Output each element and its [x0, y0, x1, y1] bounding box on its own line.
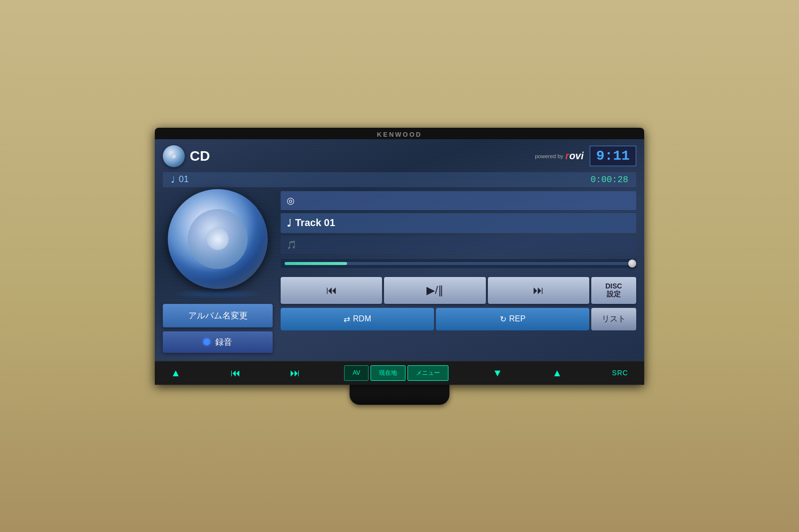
rep-label: REP: [509, 314, 526, 323]
progress-bar-track[interactable]: [285, 262, 632, 265]
track-number: ♩ 01: [171, 174, 189, 185]
header-row: CD powered by rovi 9:11: [163, 145, 636, 167]
album-rename-button[interactable]: アルバム名変更: [163, 304, 273, 327]
disc-settings-line1: DISC: [605, 282, 622, 290]
detail-row-artist: 🎵: [281, 236, 636, 254]
base-stand: [350, 385, 449, 405]
cd-icon: [163, 145, 185, 167]
clock-display: 9:11: [590, 146, 636, 166]
detail-row-track-name: ♩ Track 01: [281, 213, 636, 233]
prev-button[interactable]: ⏮: [281, 277, 382, 304]
rep-button[interactable]: ↻ REP: [436, 308, 589, 330]
main-content: アルバム名変更 録音 ◎ ♩ Track 01: [163, 189, 636, 353]
brand-bar: KENWOOD: [155, 128, 644, 139]
record-label: 録音: [215, 336, 232, 348]
transport-row: ⏮ ▶/‖ ⏭ DISC 設定: [281, 277, 636, 304]
hw-down-button[interactable]: ▼: [486, 365, 508, 381]
disc-settings-line2: 設定: [607, 290, 621, 298]
track-time: 0:00:28: [590, 175, 628, 185]
track-details: ◎ ♩ Track 01 🎵: [281, 189, 636, 353]
progress-bar-fill: [285, 262, 347, 265]
progress-container: [281, 259, 636, 268]
src-button[interactable]: SRC: [606, 367, 634, 379]
track-name-text: Track 01: [295, 217, 335, 229]
mode-text: CD: [190, 148, 210, 164]
record-button[interactable]: 録音: [163, 331, 273, 353]
list-button[interactable]: リスト: [591, 308, 636, 330]
circle-icon: ◎: [287, 195, 295, 206]
av-button[interactable]: AV: [344, 365, 369, 381]
track-info-row: ♩ 01 0:00:28: [163, 172, 636, 187]
cd-label: CD: [163, 145, 210, 167]
repeat-icon: ↻: [500, 314, 506, 324]
hw-up-button[interactable]: ▲: [546, 365, 568, 381]
menu-button[interactable]: メニュー: [407, 365, 448, 381]
unit-body: KENWOOD CD powered by rovi: [155, 128, 644, 385]
play-pause-button[interactable]: ▶/‖: [384, 277, 485, 304]
next-button[interactable]: ⏭: [488, 277, 589, 304]
shuffle-icon: ⇄: [344, 314, 350, 324]
rdm-button[interactable]: ⇄ RDM: [281, 308, 434, 330]
disc-settings-button[interactable]: DISC 設定: [591, 277, 636, 304]
nav-buttons: AV 現在地 メニュー: [344, 365, 448, 381]
record-dot-icon: [203, 338, 210, 345]
music-note-icon: ♩: [171, 174, 175, 185]
screen: CD powered by rovi 9:11: [155, 139, 644, 361]
eject-button[interactable]: ▲: [165, 365, 187, 381]
track-num-text: 01: [179, 174, 189, 185]
rdm-label: RDM: [353, 314, 371, 323]
mode-row: ⇄ RDM ↻ REP リスト: [281, 308, 636, 330]
device-container: KENWOOD CD powered by rovi: [155, 128, 644, 405]
right-controls: ⏮ ▶/‖ ⏭ DISC 設定: [281, 277, 636, 330]
hw-prev-button[interactable]: ⏮: [225, 365, 247, 381]
rovi-logo: powered by rovi: [535, 150, 584, 162]
progress-knob[interactable]: [628, 260, 636, 267]
rovi-powered-text: powered by: [535, 153, 563, 159]
brand-text: KENWOOD: [377, 131, 422, 138]
detail-row-circle: ◎: [281, 191, 636, 210]
current-location-button[interactable]: 現在地: [371, 365, 405, 381]
hw-next-button[interactable]: ⏭: [284, 365, 306, 381]
disc-shadow: [173, 289, 263, 299]
artist-icon: 🎵: [287, 240, 297, 250]
album-disc: [168, 189, 268, 289]
album-art-area: アルバム名変更 録音: [163, 189, 273, 353]
music-note-2: ♩: [287, 217, 291, 229]
rovi-brand-text: rovi: [565, 150, 584, 162]
bottom-panel: ▲ ⏮ ⏭ AV 現在地 メニュー ▼ ▲ SRC: [155, 361, 644, 385]
controls-area: ⏮ ▶/‖ ⏭ DISC 設定: [281, 277, 636, 330]
